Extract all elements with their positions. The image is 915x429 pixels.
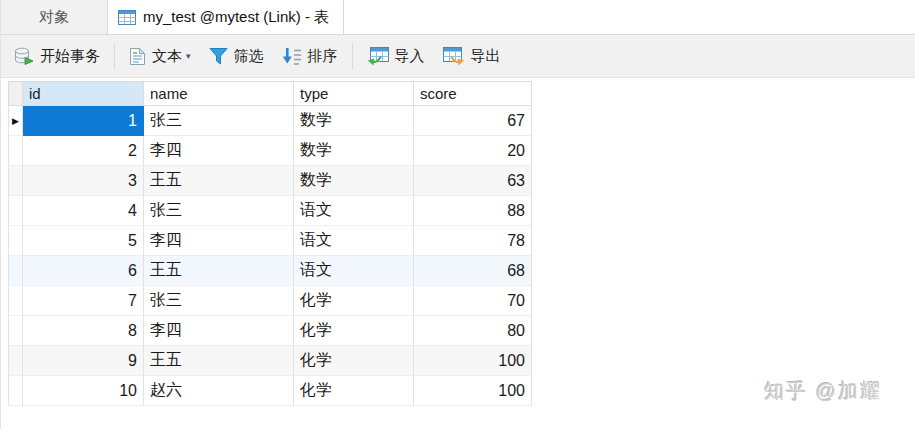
text-file-icon xyxy=(129,47,146,66)
chevron-down-icon: ▾ xyxy=(186,51,191,61)
table-row: 5李四语文78 xyxy=(8,226,532,256)
cell-name[interactable]: 王五 xyxy=(144,256,294,286)
import-button-label: 导入 xyxy=(395,47,425,66)
cell-score[interactable]: 63 xyxy=(414,166,532,196)
row-indicator-cell[interactable] xyxy=(8,256,23,286)
tab-objects[interactable]: 对象 xyxy=(1,0,108,34)
cell-type[interactable]: 语文 xyxy=(294,196,414,226)
table-row: 3王五数学63 xyxy=(8,166,532,196)
cell-id[interactable]: 6 xyxy=(23,256,144,286)
row-indicator-cell[interactable] xyxy=(8,316,23,346)
tab-objects-label: 对象 xyxy=(39,8,69,27)
tab-table-mytest[interactable]: my_test @mytest (Link) - 表 xyxy=(108,0,344,34)
cell-type[interactable]: 化学 xyxy=(294,346,414,376)
begin-transaction-button[interactable]: 开始事务 xyxy=(5,42,109,71)
cell-id[interactable]: 8 xyxy=(23,316,144,346)
cell-score[interactable]: 70 xyxy=(414,286,532,316)
text-button[interactable]: 文本 ▾ xyxy=(120,42,200,71)
row-indicator-cell[interactable] xyxy=(8,376,23,406)
cell-name[interactable]: 王五 xyxy=(144,166,294,196)
cell-name[interactable]: 李四 xyxy=(144,136,294,166)
cell-name[interactable]: 张三 xyxy=(144,286,294,316)
cell-score[interactable]: 100 xyxy=(414,346,532,376)
cell-type[interactable]: 数学 xyxy=(294,106,414,136)
cell-score[interactable]: 88 xyxy=(414,196,532,226)
cell-score[interactable]: 100 xyxy=(414,376,532,406)
begin-transaction-icon xyxy=(14,47,34,66)
cell-id[interactable]: 4 xyxy=(23,196,144,226)
cell-name[interactable]: 张三 xyxy=(144,196,294,226)
cell-score[interactable]: 67 xyxy=(414,106,532,136)
text-button-label: 文本 xyxy=(152,47,182,66)
filter-funnel-icon xyxy=(209,47,228,65)
tab-bar: 对象 my_test @mytest (Link) - 表 xyxy=(1,0,915,35)
cell-name[interactable]: 李四 xyxy=(144,316,294,346)
cell-id[interactable]: 10 xyxy=(23,376,144,406)
sort-icon xyxy=(282,47,302,65)
export-icon xyxy=(443,47,465,66)
table-row: 8李四化学80 xyxy=(8,316,532,346)
cell-score[interactable]: 80 xyxy=(414,316,532,346)
cell-score[interactable]: 68 xyxy=(414,256,532,286)
table-row: 7张三化学70 xyxy=(8,286,532,316)
export-button[interactable]: 导出 xyxy=(434,42,510,71)
cell-id[interactable]: 7 xyxy=(23,286,144,316)
table-icon xyxy=(118,10,136,25)
filter-button[interactable]: 筛选 xyxy=(200,42,273,71)
sort-button-label: 排序 xyxy=(308,47,338,66)
cell-type[interactable]: 语文 xyxy=(294,226,414,256)
row-indicator-cell[interactable] xyxy=(8,136,23,166)
data-grid: id name type score ▶1张三数学672李四数学203王五数学6… xyxy=(8,81,532,406)
cell-type[interactable]: 数学 xyxy=(294,166,414,196)
row-indicator-cell[interactable] xyxy=(8,286,23,316)
begin-transaction-label: 开始事务 xyxy=(40,47,100,66)
cell-id[interactable]: 9 xyxy=(23,346,144,376)
row-indicator-cell[interactable] xyxy=(8,196,23,226)
sort-button[interactable]: 排序 xyxy=(273,42,347,71)
cell-name[interactable]: 王五 xyxy=(144,346,294,376)
cell-type[interactable]: 化学 xyxy=(294,316,414,346)
table-row: ▶1张三数学67 xyxy=(8,106,532,136)
cell-name[interactable]: 李四 xyxy=(144,226,294,256)
cell-id[interactable]: 1 xyxy=(23,106,144,136)
toolbar-separator xyxy=(114,43,115,70)
toolbar-separator xyxy=(352,43,353,70)
table-row: 6王五语文68 xyxy=(8,256,532,286)
table-row: 4张三语文88 xyxy=(8,196,532,226)
cell-type[interactable]: 语文 xyxy=(294,256,414,286)
cell-score[interactable]: 78 xyxy=(414,226,532,256)
cell-type[interactable]: 化学 xyxy=(294,376,414,406)
cell-id[interactable]: 5 xyxy=(23,226,144,256)
tab-table-label: my_test @mytest (Link) - 表 xyxy=(143,8,329,27)
cell-type[interactable]: 数学 xyxy=(294,136,414,166)
cell-type[interactable]: 化学 xyxy=(294,286,414,316)
row-indicator-cell[interactable]: ▶ xyxy=(8,106,23,136)
filter-button-label: 筛选 xyxy=(234,47,264,66)
row-indicator-cell[interactable] xyxy=(8,226,23,256)
column-header-name[interactable]: name xyxy=(144,81,294,106)
column-header-id[interactable]: id xyxy=(23,81,144,106)
cell-name[interactable]: 赵六 xyxy=(144,376,294,406)
cell-name[interactable]: 张三 xyxy=(144,106,294,136)
row-indicator-cell[interactable] xyxy=(8,166,23,196)
table-row: 9王五化学100 xyxy=(8,346,532,376)
table-row: 10赵六化学100 xyxy=(8,376,532,406)
watermark: 知乎 @加耀 xyxy=(764,378,882,405)
grid-body: ▶1张三数学672李四数学203王五数学634张三语文885李四语文786王五语… xyxy=(8,106,532,406)
grid-header-row: id name type score xyxy=(8,81,532,106)
import-icon xyxy=(367,47,389,66)
table-row: 2李四数学20 xyxy=(8,136,532,166)
cell-id[interactable]: 3 xyxy=(23,166,144,196)
cell-score[interactable]: 20 xyxy=(414,136,532,166)
column-header-type[interactable]: type xyxy=(294,81,414,106)
navicat-window: 对象 my_test @mytest (Link) - 表 xyxy=(0,0,915,429)
column-header-score[interactable]: score xyxy=(414,81,532,106)
export-button-label: 导出 xyxy=(471,47,501,66)
cell-id[interactable]: 2 xyxy=(23,136,144,166)
row-indicator-header xyxy=(8,81,23,106)
import-button[interactable]: 导入 xyxy=(358,42,434,71)
toolbar: 开始事务 文本 ▾ 筛选 xyxy=(1,35,915,78)
row-indicator-cell[interactable] xyxy=(8,346,23,376)
